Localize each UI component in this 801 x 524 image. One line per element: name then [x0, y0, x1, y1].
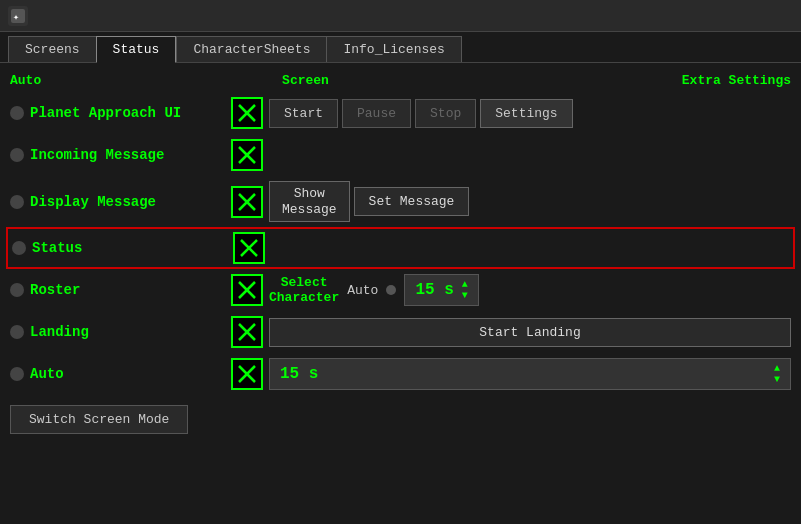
roster-auto-label: Auto	[347, 283, 378, 298]
label-landing: Landing	[30, 324, 225, 340]
auto-dot-display[interactable]	[10, 195, 24, 209]
label-auto: Auto	[30, 366, 225, 382]
label-incoming-message: Incoming Message	[30, 147, 225, 163]
pause-button-planet[interactable]: Pause	[342, 99, 411, 128]
switch-screen-mode-container: Switch Screen Mode	[10, 401, 791, 434]
select-character-label: SelectCharacter	[269, 275, 339, 306]
set-message-button[interactable]: Set Message	[354, 187, 470, 216]
row-planet-approach: Planet Approach UI Start Pause Stop Sett…	[10, 92, 791, 134]
x-icon-landing	[236, 321, 258, 343]
row-display-message: Display Message ShowMessage Set Message	[10, 176, 791, 227]
auto-dot-roster[interactable]	[10, 283, 24, 297]
start-landing-button[interactable]: Start Landing	[269, 318, 791, 347]
auto-dot-landing[interactable]	[10, 325, 24, 339]
x-button-display[interactable]	[231, 186, 263, 218]
x-icon-incoming	[236, 144, 258, 166]
x-icon-auto	[236, 363, 258, 385]
switch-screen-mode-button[interactable]: Switch Screen Mode	[10, 405, 188, 434]
header-auto: Auto	[10, 73, 60, 88]
settings-button-planet[interactable]: Settings	[480, 99, 572, 128]
header-screen: Screen	[60, 73, 511, 88]
x-button-status[interactable]	[233, 232, 265, 264]
x-button-auto[interactable]	[231, 358, 263, 390]
x-button-planet[interactable]	[231, 97, 263, 129]
label-planet-approach: Planet Approach UI	[30, 105, 225, 121]
row-auto: Auto 15 s ▲ ▼	[10, 353, 791, 395]
x-button-landing[interactable]	[231, 316, 263, 348]
tab-charactersheets[interactable]: CharacterSheets	[176, 36, 327, 62]
label-status: Status	[32, 240, 227, 256]
tabs-bar: Screens Status CharacterSheets Info_Lice…	[0, 32, 801, 63]
auto-time-value: 15 s	[280, 365, 318, 383]
x-icon-roster	[236, 279, 258, 301]
row-incoming-message: Incoming Message	[10, 134, 791, 176]
roster-auto-dot[interactable]	[386, 285, 396, 295]
row-status: Status	[6, 227, 795, 269]
start-button-planet[interactable]: Start	[269, 99, 338, 128]
x-button-roster[interactable]	[231, 274, 263, 306]
stop-button-planet[interactable]: Stop	[415, 99, 476, 128]
auto-time-spinner[interactable]: ▲ ▼	[774, 363, 780, 385]
auto-time-display: 15 s ▲ ▼	[269, 358, 791, 390]
roster-time-spinner[interactable]: ▲ ▼	[462, 279, 468, 301]
roster-time-display: 15 s ▲ ▼	[404, 274, 478, 306]
svg-text:✦: ✦	[13, 12, 19, 23]
tab-info-licenses[interactable]: Info_Licenses	[327, 36, 461, 62]
x-button-incoming[interactable]	[231, 139, 263, 171]
label-roster: Roster	[30, 282, 225, 298]
app-icon: ✦	[8, 6, 28, 26]
roster-time-value: 15 s	[415, 281, 453, 299]
x-icon-planet	[236, 102, 258, 124]
show-message-button[interactable]: ShowMessage	[269, 181, 350, 222]
auto-dot-incoming[interactable]	[10, 148, 24, 162]
row-roster: Roster SelectCharacter Auto 15 s ▲ ▼	[10, 269, 791, 311]
title-bar: ✦	[0, 0, 801, 32]
tab-screens[interactable]: Screens	[8, 36, 96, 62]
row-landing: Landing Start Landing	[10, 311, 791, 353]
x-icon-display	[236, 191, 258, 213]
auto-dot-auto[interactable]	[10, 367, 24, 381]
auto-dot-planet[interactable]	[10, 106, 24, 120]
tab-status[interactable]: Status	[96, 36, 177, 63]
x-icon-status	[238, 237, 260, 259]
label-display-message: Display Message	[30, 194, 225, 210]
column-headers: Auto Screen Extra Settings	[10, 69, 791, 92]
header-extra-settings: Extra Settings	[511, 73, 791, 88]
auto-dot-status[interactable]	[12, 241, 26, 255]
